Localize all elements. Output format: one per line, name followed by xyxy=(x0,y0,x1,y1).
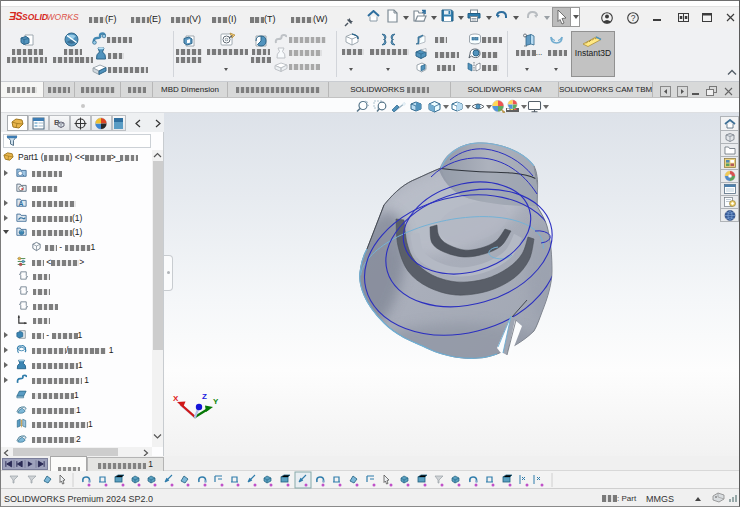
svg-text:Z: Z xyxy=(202,392,207,401)
svg-text:X: X xyxy=(173,394,179,403)
svg-text:Y: Y xyxy=(213,397,219,406)
svg-text:A: A xyxy=(19,200,24,207)
